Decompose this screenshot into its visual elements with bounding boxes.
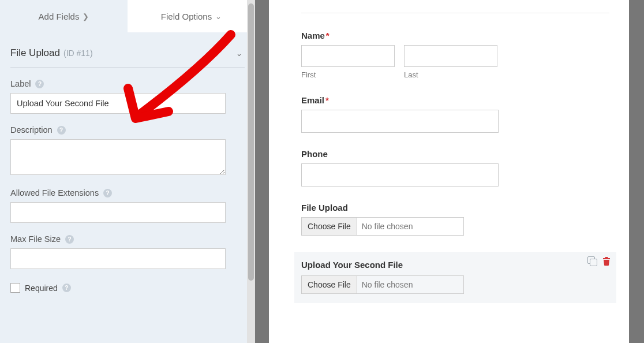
right-frame-edge: [629, 0, 644, 343]
field-label: Upload Your Second File: [301, 260, 609, 270]
field-name[interactable]: Name* First Last: [301, 31, 609, 79]
chevron-down-icon: ⌄: [215, 12, 222, 21]
divider-gap: [255, 0, 269, 343]
field-label: Name: [301, 31, 325, 40]
tab-add-fields[interactable]: Add Fields ❯: [0, 0, 128, 32]
maxsize-input[interactable]: [10, 248, 226, 269]
required-asterisk: *: [326, 31, 330, 40]
duplicate-icon[interactable]: [587, 256, 597, 266]
tab-label: Field Options: [161, 12, 212, 21]
chevron-right-icon: ❯: [83, 12, 89, 21]
form-preview: Name* First Last Email*: [269, 0, 644, 343]
scrollbar-thumb[interactable]: [248, 3, 254, 281]
file-status: No file chosen: [357, 222, 413, 231]
email-input[interactable]: [301, 110, 499, 133]
phone-input[interactable]: [301, 163, 499, 187]
field-email[interactable]: Email*: [301, 95, 609, 133]
field-file-upload-1[interactable]: File Upload Choose File No file chosen: [301, 203, 609, 236]
help-icon[interactable]: ?: [62, 284, 71, 292]
last-name-input[interactable]: [404, 45, 497, 67]
tab-label: Add Fields: [39, 12, 80, 21]
field-options-panel: File Upload (ID #11) ⌄ Label ? Descripti…: [0, 32, 255, 303]
label-input[interactable]: [10, 93, 226, 114]
option-description: Description ?: [10, 125, 245, 177]
choose-file-button[interactable]: Choose File: [302, 218, 357, 235]
divider: [301, 13, 609, 13]
panel-header[interactable]: File Upload (ID #11) ⌄: [10, 47, 245, 68]
field-file-upload-2-selected[interactable]: Upload Your Second File Choose File No f…: [294, 252, 616, 303]
trash-icon[interactable]: [602, 256, 611, 266]
sidebar-tabs: Add Fields ❯ Field Options ⌄: [0, 0, 255, 32]
sidebar-scrollbar[interactable]: [247, 0, 255, 343]
option-allowed-extensions: Allowed File Extensions ?: [10, 188, 245, 223]
required-checkbox[interactable]: [10, 283, 20, 293]
option-required: Required ?: [10, 283, 245, 293]
help-icon[interactable]: ?: [103, 189, 112, 197]
chevron-down-icon[interactable]: ⌄: [236, 49, 245, 58]
panel-id: (ID #11): [63, 49, 93, 58]
option-title: Allowed File Extensions: [10, 188, 99, 197]
field-label: File Upload: [301, 203, 609, 212]
field-label: Email: [301, 95, 324, 105]
first-name-input[interactable]: [301, 45, 395, 67]
extensions-input[interactable]: [10, 202, 226, 223]
sublabel: Last: [404, 70, 497, 79]
field-label: Phone: [301, 149, 609, 159]
panel-title: File Upload: [10, 47, 60, 59]
option-max-file-size: Max File Size ?: [10, 234, 245, 269]
field-phone[interactable]: Phone: [301, 149, 609, 187]
help-icon[interactable]: ?: [57, 126, 66, 135]
description-textarea[interactable]: [10, 139, 226, 175]
sublabel: First: [301, 70, 395, 79]
help-icon[interactable]: ?: [65, 235, 74, 244]
option-title: Label: [10, 79, 31, 88]
required-asterisk: *: [325, 95, 329, 105]
sidebar: Add Fields ❯ Field Options ⌄ File Upload…: [0, 0, 255, 343]
tab-field-options[interactable]: Field Options ⌄: [128, 0, 255, 32]
choose-file-button[interactable]: Choose File: [302, 276, 357, 293]
option-title: Required: [25, 284, 58, 293]
option-title: Description: [10, 125, 53, 135]
option-label: Label ?: [10, 79, 245, 114]
option-title: Max File Size: [10, 234, 61, 244]
file-status: No file chosen: [357, 280, 413, 289]
help-icon[interactable]: ?: [35, 80, 44, 88]
